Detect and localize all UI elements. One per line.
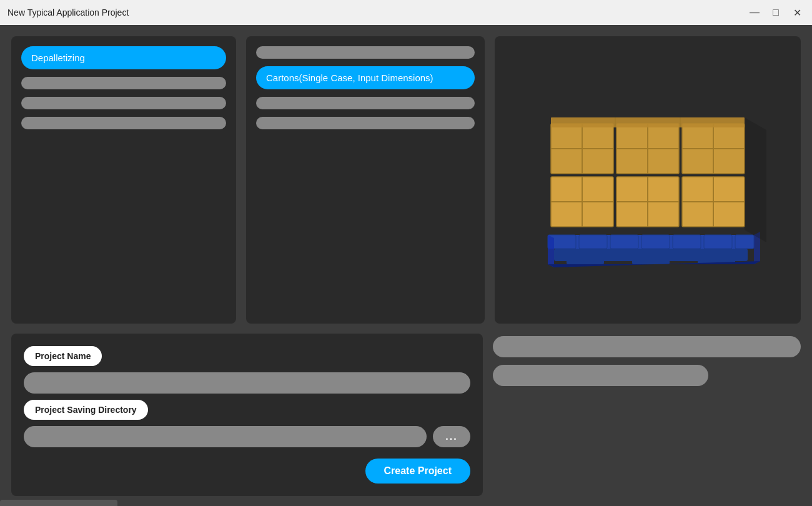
browse-button[interactable]: ... [433,426,470,447]
window-controls: — □ ✕ [747,5,805,20]
bottom-row: Project Name Project Saving Directory ..… [11,334,801,496]
sub-option-item-3[interactable] [256,97,475,109]
preview-panel [495,36,801,324]
svg-rect-8 [641,235,670,249]
main-content: Depalletizing Cartons(Single Case, Input… [0,25,812,496]
create-project-button[interactable]: Create Project [365,459,471,484]
svg-rect-6 [579,235,607,249]
svg-marker-42 [745,117,766,242]
app-type-item-3[interactable] [21,97,226,109]
info-bar-1 [493,336,801,357]
project-dir-label: Project Saving Directory [24,400,148,420]
tab-application-type[interactable]: Application Type [0,500,117,506]
top-row: Depalletizing Cartons(Single Case, Input… [11,36,801,324]
title-bar: New Typical Application Project — □ ✕ [0,0,812,25]
window-title: New Typical Application Project [7,7,129,17]
directory-row: ... [24,426,470,447]
project-name-input[interactable] [24,372,470,394]
sub-option-item-4[interactable] [256,117,475,129]
left-panel: Depalletizing [11,36,236,324]
svg-rect-10 [704,235,732,249]
app-type-depalletizing[interactable]: Depalletizing [21,46,226,69]
sub-option-cartons[interactable]: Cartons(Single Case, Input Dimensions) [256,66,475,89]
close-button[interactable]: ✕ [790,5,805,20]
project-name-label: Project Name [24,346,102,366]
project-dir-input[interactable] [24,426,427,447]
pallet-illustration [529,86,766,274]
sub-option-item-1[interactable] [256,46,475,59]
app-type-item-4[interactable] [21,117,226,129]
tab-deployment[interactable]: Deployment [226,500,321,506]
tab-camera-config[interactable]: Camera Config [117,500,226,506]
info-bar-2 [493,365,708,386]
svg-rect-9 [673,235,701,249]
right-info-panel [493,334,801,496]
svg-rect-39 [551,117,745,127]
form-panel: Project Name Project Saving Directory ..… [11,334,483,496]
app-type-item-2[interactable] [21,77,226,89]
minimize-button[interactable]: — [747,5,762,20]
create-btn-row: Create Project [24,459,470,484]
middle-panel: Cartons(Single Case, Input Dimensions) [246,36,485,324]
svg-rect-11 [735,235,754,249]
svg-rect-7 [610,235,638,249]
svg-marker-12 [548,235,554,267]
tab-bar: Application Type Camera Config Deploymen… [0,496,812,506]
maximize-button[interactable]: □ [768,5,783,20]
